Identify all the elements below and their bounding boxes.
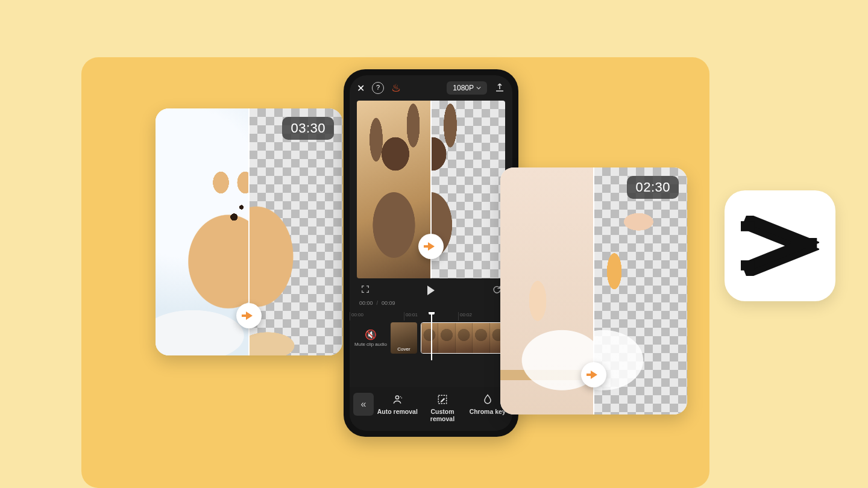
svg-point-0 — [396, 396, 399, 399]
app-logo-tile — [725, 190, 835, 301]
mute-clip-audio[interactable]: 🔇 Mute clip audio — [354, 329, 387, 348]
svg-rect-2 — [741, 221, 754, 231]
timeline[interactable]: 00:00 00:01 00:02 🔇 Mute clip audio Cove… — [350, 312, 512, 360]
person-icon — [376, 393, 419, 406]
export-icon[interactable] — [494, 82, 505, 95]
play-icon[interactable] — [427, 286, 435, 295]
split-handle[interactable] — [581, 362, 606, 387]
resolution-selector[interactable]: 1080P — [447, 81, 487, 95]
comparison-card-right: 02:30 — [500, 167, 687, 414]
tool-custom-removal[interactable]: Custom removal — [421, 393, 464, 422]
arrow-right-icon — [246, 311, 253, 320]
clip-strip[interactable]: 7.0s — [421, 322, 508, 354]
playhead[interactable] — [431, 312, 432, 360]
timestamp-badge: 03:30 — [282, 117, 334, 140]
card-transparent-half — [249, 108, 342, 355]
total-time: 00:09 — [382, 300, 395, 306]
svg-rect-4 — [800, 238, 817, 248]
close-icon[interactable] — [357, 83, 365, 94]
editor-topbar: 1080P — [350, 75, 512, 101]
expand-icon[interactable] — [360, 284, 370, 296]
phone-screen: 1080P 00:00 / — [350, 75, 512, 431]
resolution-label: 1080P — [453, 84, 474, 92]
card-transparent-half — [594, 167, 687, 414]
tool-auto-removal[interactable]: Auto removal — [376, 393, 419, 415]
transport-bar — [350, 278, 512, 300]
bottom-toolbar: « Auto removal Custom removal Chroma key — [350, 387, 512, 431]
arrow-right-icon — [428, 242, 435, 251]
back-button[interactable]: « — [353, 393, 374, 416]
phone-mockup: 1080P 00:00 / — [344, 69, 518, 437]
video-preview[interactable] — [357, 101, 505, 278]
pen-square-icon — [421, 393, 464, 406]
arrow-right-icon — [591, 371, 597, 379]
flame-icon[interactable] — [391, 81, 401, 95]
svg-rect-3 — [741, 260, 754, 271]
speaker-muted-icon: 🔇 — [354, 329, 387, 340]
card-original-half — [156, 108, 249, 355]
timecode-display: 00:00 / 00:09 — [350, 300, 512, 310]
current-time: 00:00 — [359, 300, 373, 306]
timestamp-badge: 02:30 — [627, 176, 679, 199]
split-handle[interactable] — [236, 303, 262, 328]
comparison-card-left: 03:30 — [156, 108, 342, 355]
split-handle[interactable] — [418, 234, 444, 259]
chevron-down-icon — [476, 86, 481, 90]
help-icon[interactable] — [372, 82, 384, 94]
capcut-logo — [741, 216, 819, 276]
card-original-half — [500, 167, 594, 414]
cover-thumbnail[interactable]: Cover — [391, 322, 417, 354]
